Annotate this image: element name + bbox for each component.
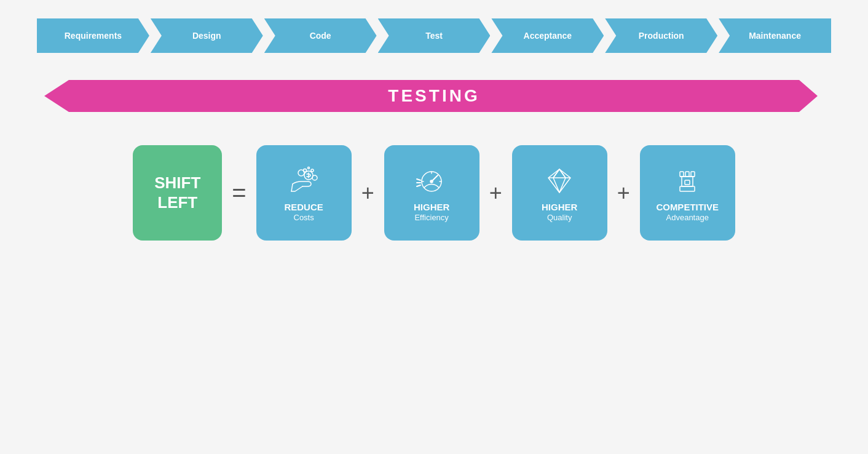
svg-rect-23 [685, 172, 689, 177]
benefit-text-higher-quality: HIGHER Quality [542, 201, 577, 223]
chess-rook-icon [669, 164, 706, 197]
benefit-text-reduce-costs: REDUCE Costs [284, 201, 323, 223]
hand-coins-icon [285, 164, 322, 197]
sdlc-acceptance: Acceptance [491, 18, 604, 53]
sdlc-production: Production [605, 18, 717, 53]
svg-point-14 [430, 180, 433, 183]
benefit-text-higher-efficiency: HIGHER Efficiency [414, 201, 449, 223]
svg-point-3 [304, 169, 307, 172]
benefit-text-competitive-advantage: COMPETITIVE Adveantage [656, 201, 719, 223]
plus-sign-1: + [361, 180, 374, 206]
plus-sign-2: + [489, 180, 502, 206]
shift-left-label: SHIFT LEFT [135, 173, 220, 212]
svg-point-4 [311, 169, 314, 172]
svg-rect-22 [680, 172, 684, 177]
svg-point-5 [308, 167, 310, 169]
svg-marker-15 [548, 169, 570, 193]
shift-left-formula: SHIFT LEFT = REDUCE Costs [37, 145, 831, 241]
svg-point-2 [312, 175, 317, 180]
diamond-icon [541, 164, 578, 197]
testing-section: TESTING [37, 71, 831, 121]
sdlc-maintenance: Maintenance [719, 18, 831, 53]
benefit-card-higher-quality: HIGHER Quality [512, 145, 607, 241]
svg-rect-20 [680, 186, 695, 191]
sdlc-row: Requirements Design Code Test Acceptance… [37, 18, 831, 53]
testing-arrow: TESTING [69, 80, 800, 112]
benefit-card-higher-efficiency: HIGHER Efficiency [384, 145, 479, 241]
sdlc-test: Test [378, 18, 491, 53]
plus-sign-3: + [617, 180, 630, 206]
testing-label: TESTING [388, 86, 479, 106]
benefit-card-competitive-advantage: COMPETITIVE Adveantage [640, 145, 735, 241]
benefit-card-reduce-costs: REDUCE Costs [256, 145, 352, 241]
svg-line-13 [417, 185, 420, 186]
svg-rect-26 [685, 180, 690, 185]
svg-rect-24 [691, 172, 695, 177]
sdlc-design: Design [151, 18, 263, 53]
speedometer-icon [413, 164, 450, 197]
equals-sign: = [232, 179, 246, 207]
shift-left-box: SHIFT LEFT [133, 145, 222, 241]
sdlc-code: Code [264, 18, 377, 53]
svg-line-11 [417, 179, 420, 180]
sdlc-requirements: Requirements [37, 18, 149, 53]
